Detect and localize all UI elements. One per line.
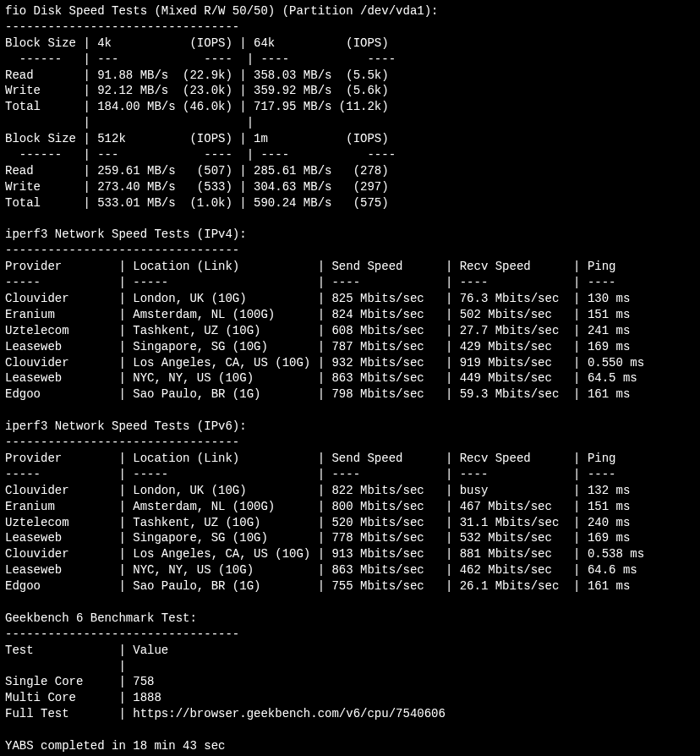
- terminal-output: fio Disk Speed Tests (Mixed R/W 50/50) (…: [0, 0, 700, 756]
